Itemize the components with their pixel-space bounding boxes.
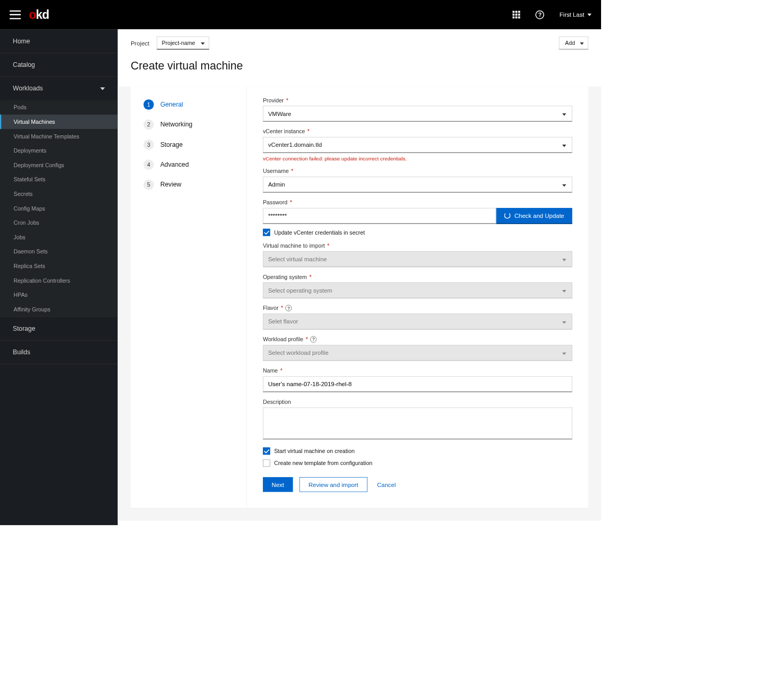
add-button[interactable]: Add [559,37,589,50]
review-import-button[interactable]: Review and import [299,477,368,492]
cancel-button[interactable]: Cancel [374,477,399,492]
username-label: Username* [263,168,572,174]
sidebar: Home Catalog Workloads Pods Virtual Mach… [0,29,118,525]
wizard-form: Provider* VMWare vCenter instance* vCent… [247,87,588,508]
password-field[interactable] [268,212,491,219]
help-icon[interactable]: ? [285,305,292,311]
sidebar-item-label: Builds [13,349,30,356]
workload-select[interactable]: Select workload profile [263,345,572,361]
sidebar-sub-stateful-sets[interactable]: Stateful Sets [0,172,118,187]
checkbox-label: Update vCenter credentials in secret [274,229,365,236]
sidebar-item-label: Workloads [13,85,43,92]
step-review[interactable]: 5 Review [143,179,234,190]
sidebar-sub-vm-templates[interactable]: Virtual Machine Templates [0,129,118,144]
sidebar-item-label: Catalog [13,61,35,68]
provider-select[interactable]: VMWare [263,106,572,122]
sidebar-sub-jobs[interactable]: Jobs [0,230,118,245]
add-label: Add [565,40,575,46]
sidebar-item-storage[interactable]: Storage [0,317,118,341]
vcenter-select[interactable]: vCenter1.domain.tld [263,137,572,153]
select-value: VMWare [268,110,291,117]
provider-label: Provider* [263,97,572,103]
password-input[interactable] [263,208,496,224]
update-secret-checkbox[interactable] [263,229,270,236]
sidebar-sub-cron-jobs[interactable]: Cron Jobs [0,215,118,230]
chevron-down-icon [562,184,567,187]
apps-grid-icon[interactable] [513,11,521,19]
chevron-down-icon [562,145,567,147]
description-label: Description [263,399,572,405]
sidebar-sub-virtual-machines[interactable]: Virtual Machines [0,114,118,129]
sidebar-item-workloads[interactable]: Workloads [0,77,118,100]
username-select[interactable]: Admin [263,177,572,193]
sidebar-sub-replication-controllers[interactable]: Replication Controllers [0,273,118,288]
chevron-down-icon [562,290,567,293]
help-icon[interactable]: ? [310,336,317,342]
os-select[interactable]: Select operating system [263,283,572,299]
vcenter-error: vCenter connection failed: please update… [263,155,572,161]
user-menu[interactable]: First Last [560,11,592,18]
step-number: 3 [143,140,154,150]
sidebar-sub-replica-sets[interactable]: Replica Sets [0,259,118,273]
description-textarea[interactable] [263,408,572,439]
step-number: 4 [143,159,154,170]
content: Project Project-name Add Create virtual … [118,29,601,525]
user-name: First Last [560,11,584,18]
sidebar-sub-affinity-groups[interactable]: Affinity Groups [0,302,118,317]
menu-icon[interactable] [9,10,20,19]
name-label: Name* [263,367,572,374]
workloads-subnav: Pods Virtual Machines Virtual Machine Te… [0,100,118,317]
workload-label: Workload profile* ? [263,336,572,342]
checkbox-label: Create new template from configuration [274,460,372,466]
start-vm-checkbox[interactable] [263,447,270,455]
step-label: Networking [160,121,192,129]
next-button[interactable]: Next [263,477,293,492]
sidebar-item-label: Storage [13,325,36,332]
create-template-checkbox[interactable] [263,459,270,467]
step-networking[interactable]: 2 Networking [143,119,234,130]
sidebar-sub-secrets[interactable]: Secrets [0,187,118,201]
step-label: General [160,101,183,108]
chevron-down-icon [562,353,567,355]
step-label: Review [160,181,181,189]
sidebar-sub-deployments[interactable]: Deployments [0,143,118,158]
step-general[interactable]: 1 General [143,99,234,110]
wizard-steps: 1 General 2 Networking 3 Storage 4 Advan… [131,87,247,508]
sidebar-sub-config-maps[interactable]: Config Maps [0,201,118,216]
step-storage[interactable]: 3 Storage [143,140,234,150]
step-advanced[interactable]: 4 Advanced [143,159,234,170]
sidebar-item-label: Home [13,38,30,45]
help-icon[interactable]: ? [536,10,545,19]
logo[interactable]: okd [29,8,49,21]
chevron-down-icon [587,14,592,16]
password-label: Password* [263,199,572,205]
step-number: 1 [143,99,154,110]
flavor-select[interactable]: Selet flavor [263,314,572,330]
sidebar-sub-daemon-sets[interactable]: Daemon Sets [0,245,118,259]
sidebar-item-home[interactable]: Home [0,30,118,53]
name-field[interactable] [268,380,567,387]
check-update-button[interactable]: Check and Update [496,208,572,224]
chevron-down-icon [562,259,567,261]
content-toolbar: Project Project-name Add [118,29,601,50]
chevron-down-icon [562,321,567,324]
sidebar-sub-hpas[interactable]: HPAs [0,287,118,302]
sidebar-item-builds[interactable]: Builds [0,341,118,364]
vm-import-select[interactable]: Select virtual machine [263,251,572,268]
select-placeholder: Selet flavor [268,318,298,325]
step-number: 5 [143,179,154,190]
sidebar-sub-deployment-configs[interactable]: Deployment Configs [0,158,118,172]
wizard-card: 1 General 2 Networking 3 Storage 4 Advan… [131,87,589,508]
button-label: Check and Update [514,212,564,219]
name-input[interactable] [263,376,572,392]
sidebar-sub-pods[interactable]: Pods [0,100,118,115]
checkbox-label: Start virtual machine on creation [274,448,354,454]
spinner-icon [504,212,510,218]
chevron-down-icon [562,113,567,116]
sidebar-item-catalog[interactable]: Catalog [0,53,118,77]
project-value: Project-name [162,40,195,46]
project-select[interactable]: Project-name [157,37,210,50]
select-placeholder: Select operating system [268,287,332,294]
chevron-down-icon [580,42,584,45]
vm-import-label: Virtual machine to import* [263,242,572,249]
